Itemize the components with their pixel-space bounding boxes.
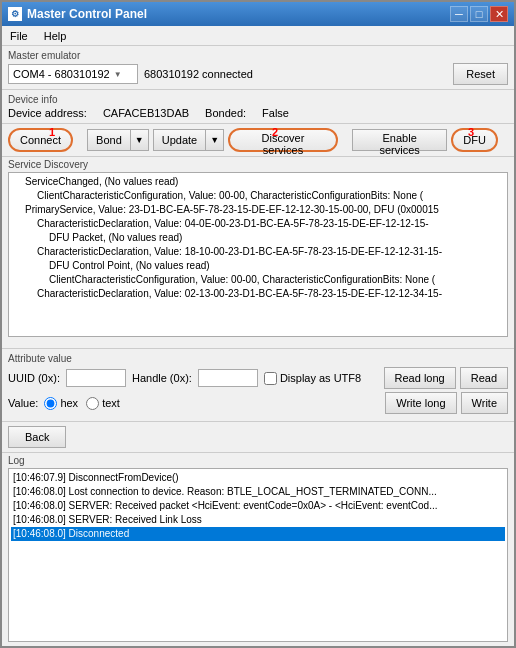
close-button[interactable]: ✕: [490, 6, 508, 22]
display-utf8-label[interactable]: Display as UTF8: [264, 372, 361, 385]
uuid-label: UUID (0x):: [8, 372, 60, 384]
log-entry: [10:46:08.0] Lost connection to device. …: [11, 485, 505, 499]
enable-services-button[interactable]: Enable services: [352, 129, 447, 151]
hex-radio-label[interactable]: hex: [44, 397, 78, 410]
log-entry: [10:46:07.9] DisconnectFromDevice(): [11, 471, 505, 485]
display-utf8-checkbox[interactable]: [264, 372, 277, 385]
tree-item[interactable]: CharacteristicDeclaration, Value: 04-0E-…: [11, 217, 505, 231]
tree-item[interactable]: PrimaryService, Value: 23-D1-BC-EA-5F-78…: [11, 203, 505, 217]
com-port-value: COM4 - 680310192: [13, 68, 110, 80]
tree-item[interactable]: ClientCharacteristicConfiguration, Value…: [11, 189, 505, 203]
service-discovery-section: Service Discovery ServiceChanged, (No va…: [2, 157, 514, 348]
update-dropdown-icon[interactable]: ▼: [206, 130, 223, 150]
com-port-combo[interactable]: COM4 - 680310192 ▼: [8, 64, 138, 84]
main-window: ⚙ Master Control Panel ─ □ ✕ File Help M…: [0, 0, 516, 648]
uuid-input[interactable]: [66, 369, 126, 387]
text-radio-label[interactable]: text: [86, 397, 120, 410]
back-button[interactable]: Back: [8, 426, 66, 448]
window-icon: ⚙: [8, 7, 22, 21]
device-info-section: Device info Device address: CAFACEB13DAB…: [2, 90, 514, 124]
window-title: Master Control Panel: [27, 7, 147, 21]
bond-button[interactable]: Bond ▼: [87, 129, 149, 151]
device-address-label: Device address:: [8, 107, 87, 119]
menu-bar: File Help: [2, 26, 514, 46]
tree-item[interactable]: ServiceChanged, (No values read): [11, 175, 505, 189]
discover-services-button[interactable]: Discover services: [228, 128, 338, 152]
bonded-label: Bonded:: [205, 107, 246, 119]
maximize-button[interactable]: □: [470, 6, 488, 22]
log-entry: [10:46:08.0] SERVER: Received packet <Hc…: [11, 499, 505, 513]
dfu-button[interactable]: DFU: [451, 128, 498, 152]
tree-item[interactable]: ClientCharacteristicConfiguration, Value…: [11, 273, 505, 287]
tree-item[interactable]: CharacteristicDeclaration, Value: 02-13-…: [11, 287, 505, 301]
actions-section: Connect 1 Bond ▼ Update ▼ Discover servi…: [2, 124, 514, 157]
device-address-value: CAFACEB13DAB: [103, 107, 189, 119]
service-tree[interactable]: ServiceChanged, (No values read) ClientC…: [8, 172, 508, 337]
minimize-button[interactable]: ─: [450, 6, 468, 22]
read-button[interactable]: Read: [460, 367, 508, 389]
update-button[interactable]: Update ▼: [153, 129, 224, 151]
title-buttons: ─ □ ✕: [450, 6, 508, 22]
attribute-value-section: Attribute value UUID (0x): Handle (0x): …: [2, 348, 514, 421]
log-label: Log: [8, 455, 508, 466]
help-menu[interactable]: Help: [40, 29, 71, 43]
attribute-uuid-row: UUID (0x): Handle (0x): Display as UTF8 …: [8, 367, 508, 389]
bonded-value: False: [262, 107, 289, 119]
hex-radio[interactable]: [44, 397, 57, 410]
service-discovery-label: Service Discovery: [8, 159, 508, 170]
value-format-group: hex text: [44, 397, 119, 410]
connect-button[interactable]: Connect: [8, 128, 73, 152]
bond-label: Bond: [88, 130, 131, 150]
title-bar: ⚙ Master Control Panel ─ □ ✕: [2, 2, 514, 26]
write-buttons: Write long Write: [385, 392, 508, 414]
handle-label: Handle (0x):: [132, 372, 192, 384]
master-emulator-row: COM4 - 680310192 ▼ 680310192 connected R…: [8, 63, 508, 85]
log-container[interactable]: [10:46:07.9] DisconnectFromDevice() [10:…: [8, 468, 508, 642]
master-emulator-section: Master emulator COM4 - 680310192 ▼ 68031…: [2, 46, 514, 90]
attribute-value-label: Attribute value: [8, 353, 508, 364]
device-info-row: Device address: CAFACEB13DAB Bonded: Fal…: [8, 107, 508, 119]
update-label: Update: [154, 130, 206, 150]
bond-dropdown-icon[interactable]: ▼: [131, 130, 148, 150]
log-entry-highlighted: [10:46:08.0] Disconnected: [11, 527, 505, 541]
tree-item[interactable]: CharacteristicDeclaration, Value: 18-10-…: [11, 245, 505, 259]
read-long-button[interactable]: Read long: [384, 367, 456, 389]
connected-status-text: 680310192 connected: [144, 68, 447, 80]
log-section: Log [10:46:07.9] DisconnectFromDevice() …: [2, 452, 514, 646]
log-entry: [10:46:08.0] SERVER: Received Link Loss: [11, 513, 505, 527]
read-buttons: Read long Read: [384, 367, 508, 389]
tree-item[interactable]: DFU Packet, (No values read): [11, 231, 505, 245]
back-section: Back: [2, 421, 514, 452]
master-emulator-label: Master emulator: [8, 50, 508, 61]
write-long-button[interactable]: Write long: [385, 392, 456, 414]
handle-input[interactable]: [198, 369, 258, 387]
text-radio[interactable]: [86, 397, 99, 410]
write-button[interactable]: Write: [461, 392, 508, 414]
reset-button[interactable]: Reset: [453, 63, 508, 85]
value-label: Value:: [8, 397, 38, 409]
file-menu[interactable]: File: [6, 29, 32, 43]
combo-arrow-icon: ▼: [114, 70, 122, 79]
device-info-label: Device info: [8, 94, 508, 105]
title-bar-left: ⚙ Master Control Panel: [8, 7, 147, 21]
tree-item[interactable]: DFU Control Point, (No values read): [11, 259, 505, 273]
attribute-value-row: Value: hex text Write long Write: [8, 392, 508, 414]
